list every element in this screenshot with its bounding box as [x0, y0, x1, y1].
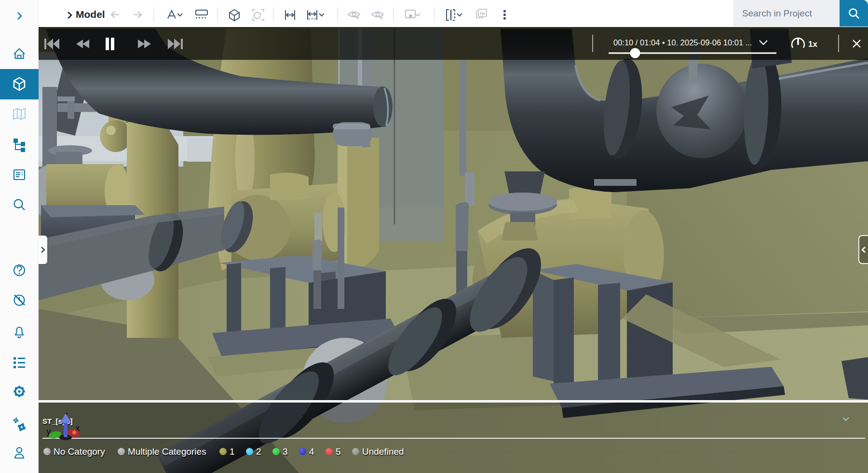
svg-text:00:10 / 01:04 • 10. 2025-09-06: 00:10 / 01:04 • 10. 2025-09-06 10:01 ... — [613, 38, 752, 47]
svg-text:1x: 1x — [808, 40, 817, 49]
svg-text:Model: Model — [76, 9, 105, 20]
